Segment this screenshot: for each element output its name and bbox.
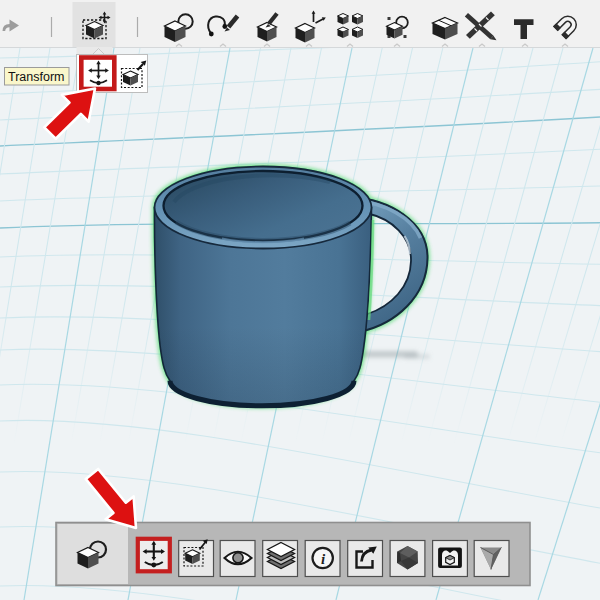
svg-text:Transform: Transform — [8, 70, 65, 84]
